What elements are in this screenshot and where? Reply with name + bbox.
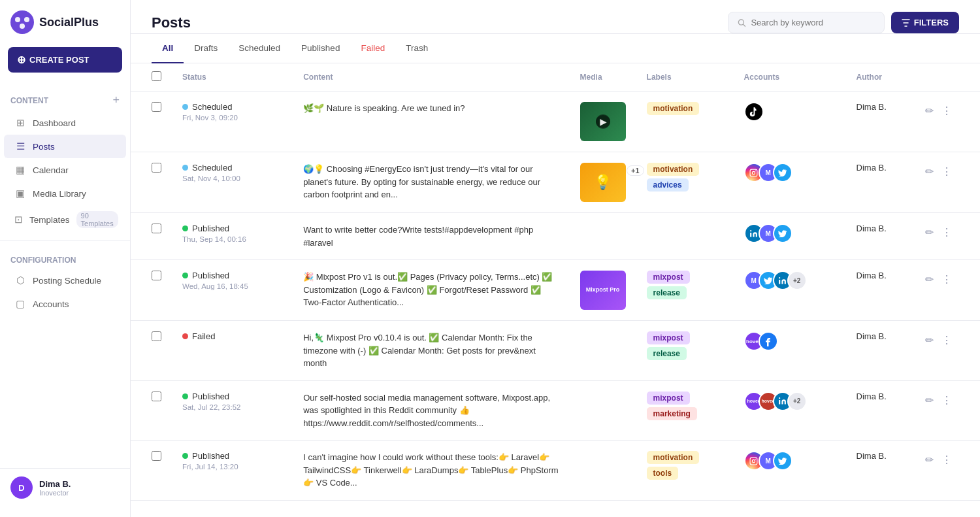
label-tag: tools bbox=[647, 467, 679, 480]
sidebar: SocialPlus ⊕ CREATE POST Content + ⊞ Das… bbox=[0, 0, 131, 517]
row-labels-cell: motivation bbox=[636, 92, 734, 152]
header-right: FILTERS bbox=[728, 12, 959, 33]
sidebar-item-accounts[interactable]: ▢ Accounts bbox=[4, 292, 126, 316]
svg-point-8 bbox=[755, 170, 757, 171]
tab-drafts[interactable]: Drafts bbox=[184, 34, 228, 63]
edit-button[interactable]: ✏ bbox=[924, 103, 935, 118]
edit-button[interactable]: ✏ bbox=[924, 393, 935, 408]
row-checkbox[interactable] bbox=[152, 102, 161, 112]
media-count-badge: +1 bbox=[627, 165, 644, 176]
content-text: Our self-hosted social media management … bbox=[303, 392, 559, 430]
more-button[interactable]: ⋮ bbox=[940, 164, 953, 179]
account-avatar-twitter2 bbox=[773, 224, 792, 243]
sidebar-item-posting-schedule[interactable]: ⬡ Posting Schedule bbox=[4, 269, 126, 292]
row-content-cell: Want to write better code?Write tests!#a… bbox=[293, 213, 569, 260]
more-button[interactable]: ⋮ bbox=[940, 452, 953, 467]
svg-rect-6 bbox=[750, 169, 757, 176]
table-header-row: Status Content Media Labels Accounts Aut… bbox=[131, 63, 980, 92]
more-button[interactable]: ⋮ bbox=[940, 272, 953, 287]
status-badge: Scheduled bbox=[182, 102, 282, 112]
row-author-cell: Dima B. bbox=[846, 441, 914, 501]
row-checkbox[interactable] bbox=[152, 224, 161, 233]
svg-point-11 bbox=[779, 397, 780, 399]
config-section-header: Configuration bbox=[0, 248, 130, 269]
status-dot bbox=[182, 165, 188, 171]
row-status-cell: Failed bbox=[172, 321, 293, 381]
status-date: Thu, Sep 14, 00:16 bbox=[182, 235, 282, 243]
status-label: Published bbox=[192, 451, 229, 461]
label-tag: marketing bbox=[647, 407, 697, 420]
posts-icon: ☰ bbox=[14, 141, 26, 152]
edit-button[interactable]: ✏ bbox=[924, 225, 935, 240]
tab-failed[interactable]: Failed bbox=[350, 34, 395, 63]
filters-button[interactable]: FILTERS bbox=[891, 12, 959, 33]
row-accounts-cell: M bbox=[734, 213, 846, 260]
svg-point-3 bbox=[20, 24, 25, 29]
create-post-button[interactable]: ⊕ CREATE POST bbox=[8, 47, 122, 73]
more-button[interactable]: ⋮ bbox=[940, 103, 953, 118]
mastodon-letter: M bbox=[751, 277, 756, 284]
tab-scheduled[interactable]: Scheduled bbox=[228, 34, 291, 63]
edit-button[interactable]: ✏ bbox=[924, 272, 935, 287]
row-labels-cell: motivation advices bbox=[636, 152, 734, 213]
tab-trash[interactable]: Trash bbox=[395, 34, 438, 63]
row-checkbox-cell bbox=[131, 441, 172, 501]
search-input[interactable] bbox=[751, 18, 874, 27]
more-button[interactable]: ⋮ bbox=[940, 333, 953, 348]
row-accounts-cell: M +2 bbox=[734, 260, 846, 321]
account-avatars bbox=[744, 102, 836, 122]
row-checkbox[interactable] bbox=[152, 451, 161, 461]
status-dot bbox=[182, 104, 188, 110]
status-label: Published bbox=[192, 392, 229, 401]
more-button[interactable]: ⋮ bbox=[940, 393, 953, 408]
label-tag: motivation bbox=[647, 451, 700, 464]
row-status-cell: Published Sat, Jul 22, 23:52 bbox=[172, 380, 293, 441]
row-labels-cell: motivation tools bbox=[636, 441, 734, 501]
row-labels-cell: mixpost release bbox=[636, 321, 734, 381]
row-actions-cell: ✏ ⋮ bbox=[913, 213, 980, 250]
sidebar-item-dashboard[interactable]: ⊞ Dashboard bbox=[4, 111, 126, 135]
add-content-button[interactable]: + bbox=[112, 93, 120, 107]
sidebar-item-templates[interactable]: ⊡ Templates 90 Templates bbox=[4, 205, 126, 234]
row-author-cell: Dima B. bbox=[846, 321, 914, 381]
tab-all[interactable]: All bbox=[152, 34, 184, 63]
content-text: 🌍💡 Choosing #EnergyEco isn't just trendy… bbox=[303, 163, 559, 201]
sidebar-item-media-library[interactable]: ▣ Media Library bbox=[4, 182, 126, 205]
row-checkbox[interactable] bbox=[152, 163, 161, 173]
row-checkbox[interactable] bbox=[152, 331, 161, 341]
more-button[interactable]: ⋮ bbox=[940, 225, 953, 240]
row-checkbox[interactable] bbox=[152, 271, 161, 280]
row-accounts-cell: hovec hovec +2 bbox=[734, 380, 846, 441]
status-badge: Published bbox=[182, 451, 282, 461]
search-icon bbox=[738, 18, 746, 27]
svg-line-5 bbox=[743, 24, 745, 26]
col-actions bbox=[913, 63, 980, 92]
row-status-cell: Published Thu, Sep 14, 00:16 bbox=[172, 213, 293, 260]
sidebar-item-posts[interactable]: ☰ Posts bbox=[4, 135, 126, 158]
edit-button[interactable]: ✏ bbox=[924, 164, 935, 179]
tab-published[interactable]: Published bbox=[291, 34, 350, 63]
account-avatars: hovec hovec +2 bbox=[744, 392, 836, 411]
account-avatar-twitter bbox=[773, 163, 792, 182]
row-media-cell bbox=[570, 380, 636, 441]
edit-button[interactable]: ✏ bbox=[924, 333, 935, 348]
col-labels: Labels bbox=[636, 63, 734, 92]
edit-button[interactable]: ✏ bbox=[924, 452, 935, 467]
status-badge: Failed bbox=[182, 331, 282, 341]
row-checkbox[interactable] bbox=[152, 392, 161, 401]
status-date: Sat, Nov 4, 10:00 bbox=[182, 175, 282, 182]
logo-icon bbox=[10, 10, 34, 34]
sidebar-item-calendar[interactable]: ▦ Calendar bbox=[4, 158, 126, 182]
table-row: Scheduled Fri, Nov 3, 09:20 🌿🌱 Nature is… bbox=[131, 92, 980, 152]
col-accounts: Accounts bbox=[734, 63, 846, 92]
row-actions-cell: ✏ ⋮ bbox=[913, 260, 980, 297]
row-checkbox-cell bbox=[131, 380, 172, 441]
select-all-checkbox[interactable] bbox=[152, 71, 161, 81]
main-content: Posts FILTERS All Drafts Scheduled Publi… bbox=[131, 0, 980, 517]
label-tag: mixpost bbox=[647, 392, 690, 405]
instagram-icon-2 bbox=[749, 457, 758, 465]
search-box[interactable] bbox=[728, 12, 885, 33]
svg-point-10 bbox=[779, 277, 780, 278]
status-date: Fri, Nov 3, 09:20 bbox=[182, 114, 282, 122]
svg-point-9 bbox=[750, 230, 751, 231]
